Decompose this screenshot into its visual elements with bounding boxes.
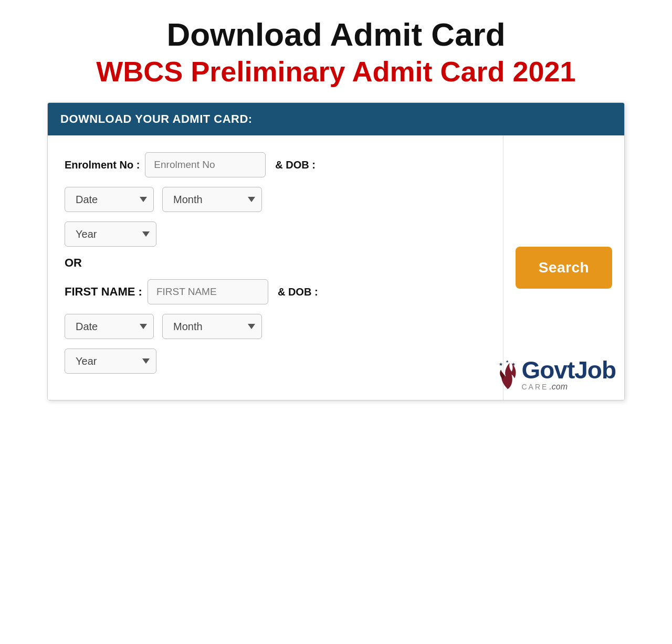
year-row-1: Year 1990199119921993 1994199519961997 1… [65, 221, 486, 247]
date-month-row-2: Date 12345 678910 1112131415 1617181920 … [65, 314, 486, 339]
date-month-row-1: Date 12345 678910 1112131415 1617181920 … [65, 187, 486, 212]
enrolment-row: Enrolment No : & DOB : [65, 152, 486, 177]
year-select-1[interactable]: Year 1990199119921993 1994199519961997 1… [65, 221, 156, 247]
govtjob-text: GovtJob CARE .com [521, 358, 616, 392]
enrolment-label: Enrolment No : [65, 159, 140, 171]
month-select-1[interactable]: Month JanuaryFebruaryMarch AprilMayJune … [162, 187, 262, 212]
logo-icon: ★ ★ ★ [497, 359, 518, 390]
logo-area: ★ ★ ★ GovtJob CARE .com [497, 358, 616, 392]
dob-label-1: & DOB : [275, 159, 316, 171]
care-text: CARE [521, 383, 548, 391]
firstname-row: FIRST NAME : & DOB : [65, 279, 486, 304]
year-select-2[interactable]: Year 1990199119921993 1994199519961997 1… [65, 349, 156, 374]
firstname-input[interactable] [148, 279, 268, 304]
search-button[interactable]: Search [516, 247, 612, 289]
year-row-2: Year 1990199119921993 1994199519961997 1… [65, 349, 486, 374]
page-subtitle: WBCS Preliminary Admit Card 2021 [96, 55, 575, 88]
enrolment-input[interactable] [145, 152, 266, 177]
firstname-label: FIRST NAME : [65, 285, 142, 299]
com-text: .com [549, 382, 568, 392]
dob-label-2: & DOB : [278, 286, 318, 298]
admit-card-container: DOWNLOAD YOUR ADMIT CARD: Enrolment No :… [47, 102, 625, 400]
action-section: Search ★ ★ ★ GovtJo [503, 135, 624, 400]
form-section: Enrolment No : & DOB : Date 12345 678910… [48, 135, 503, 400]
date-select-2[interactable]: Date 12345 678910 1112131415 1617181920 … [65, 314, 154, 339]
card-header: DOWNLOAD YOUR ADMIT CARD: [48, 103, 624, 135]
logo-wrapper: ★ ★ ★ GovtJob CARE .com [497, 358, 616, 392]
page-title: Download Admit Card [166, 16, 505, 53]
svg-text:★: ★ [499, 362, 503, 367]
card-body: Enrolment No : & DOB : Date 12345 678910… [48, 135, 624, 400]
svg-text:★: ★ [506, 360, 509, 364]
govtjob-main-text: GovtJob [521, 358, 616, 382]
or-divider: OR [65, 256, 486, 270]
date-select-1[interactable]: Date 12345 678910 1112131415 1617181920 … [65, 187, 154, 212]
month-select-2[interactable]: Month JanuaryFebruaryMarch AprilMayJune … [162, 314, 262, 339]
